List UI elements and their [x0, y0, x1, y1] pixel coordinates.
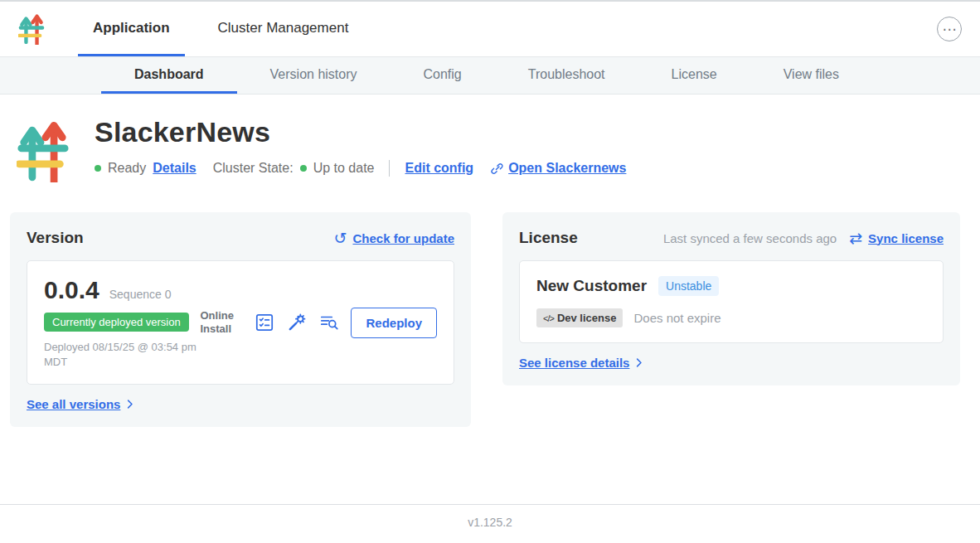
subnav-item-license[interactable]: License [638, 57, 750, 94]
edit-config-link[interactable]: Edit config [405, 161, 473, 176]
see-license-details-link[interactable]: See license details [519, 356, 645, 370]
license-expiry: Does not expire [633, 311, 720, 325]
redeploy-button[interactable]: Redeploy [351, 308, 437, 338]
code-icon: </> [543, 313, 554, 323]
subnav-config-label: Config [424, 67, 462, 82]
license-last-synced: Last synced a few seconds ago [663, 231, 837, 245]
version-sequence: Sequence 0 [109, 288, 172, 301]
subnav-item-config[interactable]: Config [391, 57, 495, 94]
subnav-view-files-label: View files [784, 67, 839, 82]
sync-icon: ⇄ [849, 230, 862, 246]
open-app-label: Open Slackernews [508, 161, 626, 176]
tab-application[interactable]: Application [78, 2, 185, 56]
version-card: Version ↺ Check for update 0.0.4 Sequenc… [10, 212, 471, 427]
check-update-icon: ↺ [334, 230, 347, 246]
tab-application-label: Application [93, 20, 170, 36]
app-status-text: Ready [108, 161, 146, 176]
version-number: 0.0.4 [44, 276, 99, 304]
customer-name: New Customer [536, 277, 647, 295]
dashboard-cards: Version ↺ Check for update 0.0.4 Sequenc… [0, 184, 980, 427]
subnav-item-dashboard[interactable]: Dashboard [101, 57, 237, 94]
more-menu-button[interactable]: ⋯ [937, 17, 962, 41]
tab-cluster-management-label: Cluster Management [218, 20, 349, 36]
link-icon [490, 162, 504, 176]
preflight-checks-icon[interactable] [254, 312, 275, 333]
license-type-label: Dev license [557, 312, 617, 324]
top-navigation: Application Cluster Management ⋯ [0, 2, 980, 56]
status-details-link[interactable]: Details [153, 161, 196, 176]
tab-cluster-management[interactable]: Cluster Management [203, 2, 364, 56]
subnav-dashboard-label: Dashboard [134, 67, 204, 82]
subnav-troubleshoot-label: Troubleshoot [528, 67, 605, 82]
chevron-right-icon [124, 398, 136, 410]
version-card-title: Version [27, 229, 84, 247]
license-type-badge: </> Dev license [536, 308, 623, 327]
app-sub-navigation: Dashboard Version history Config Trouble… [0, 56, 980, 95]
app-logo-icon [18, 13, 45, 45]
cluster-state-value: Up to date [313, 161, 375, 176]
app-header: SlackerNews Ready Details Cluster State:… [0, 95, 980, 184]
subnav-item-version-history[interactable]: Version history [237, 57, 391, 94]
channel-badge: Unstable [658, 276, 719, 296]
install-type-label: Online Install [200, 309, 243, 337]
subnav-version-history-label: Version history [270, 67, 357, 82]
check-for-update-link[interactable]: Check for update [352, 231, 454, 245]
sync-license-link[interactable]: Sync license [868, 231, 944, 245]
divider [389, 160, 390, 177]
page-title: SlackerNews [95, 116, 626, 148]
license-card-title: License [519, 229, 578, 247]
app-status-dot [95, 165, 101, 172]
subnav-license-label: License [672, 67, 717, 82]
deployed-timestamp: Deployed 08/15/25 @ 03:54 pm MDT [44, 340, 200, 369]
top-tabs: Application Cluster Management [78, 2, 363, 56]
cluster-state-label: Cluster State: [213, 161, 294, 176]
edit-config-icon[interactable] [286, 312, 308, 333]
app-icon [17, 119, 70, 184]
see-all-versions-link[interactable]: See all versions [27, 397, 136, 411]
subnav-item-view-files[interactable]: View files [750, 57, 872, 94]
ellipsis-icon: ⋯ [943, 22, 957, 36]
console-version: v1.125.2 [468, 516, 512, 529]
chevron-right-icon [633, 356, 645, 369]
cluster-state-dot [300, 165, 307, 172]
license-card: License Last synced a few seconds ago ⇄ … [502, 212, 960, 385]
see-license-details-label: See license details [519, 356, 629, 370]
app-status-row: Ready Details Cluster State: Up to date … [95, 160, 626, 177]
current-version-panel: 0.0.4 Sequence 0 Currently deployed vers… [27, 260, 454, 385]
license-details-panel: New Customer Unstable </> Dev license Do… [519, 260, 944, 343]
open-app-link[interactable]: Open Slackernews [490, 161, 626, 176]
see-all-versions-label: See all versions [27, 397, 120, 411]
deployed-status-badge: Currently deployed version [44, 313, 189, 332]
view-diff-icon[interactable] [318, 312, 340, 333]
subnav-item-troubleshoot[interactable]: Troubleshoot [495, 57, 638, 94]
console-footer: v1.125.2 [0, 504, 980, 543]
